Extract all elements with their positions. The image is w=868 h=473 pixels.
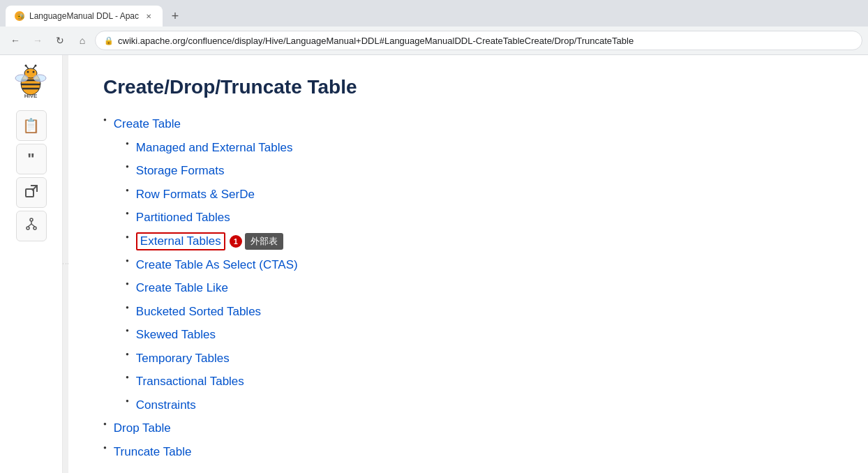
address-bar[interactable]: 🔒 cwiki.apache.org/confluence/display/Hi… xyxy=(95,31,862,50)
truncate-table-link[interactable]: Truncate Table xyxy=(114,443,192,461)
tab-bar: 🐝 LanguageManual DDL - Apac ✕ + xyxy=(0,0,868,27)
toc-list: ● Create Table ● Managed and External Ta… xyxy=(103,115,833,460)
row-formats-serde-link[interactable]: Row Formats & SerDe xyxy=(136,186,255,204)
tab-favicon: 🐝 xyxy=(14,10,25,22)
list-item: ● Row Formats & SerDe xyxy=(126,186,833,204)
bullet-icon: ● xyxy=(126,304,129,310)
storage-formats-link[interactable]: Storage Formats xyxy=(136,162,225,180)
bullet-icon: ● xyxy=(126,351,129,357)
temporary-tables-link[interactable]: Temporary Tables xyxy=(136,350,230,368)
svg-point-25 xyxy=(33,227,36,230)
forward-button[interactable]: → xyxy=(28,31,47,50)
svg-line-19 xyxy=(32,186,37,190)
list-item: ● Storage Formats xyxy=(126,162,833,180)
bullet-icon: ● xyxy=(126,140,129,147)
document-icon-button[interactable]: 📋 xyxy=(16,110,47,141)
managed-external-tables-link[interactable]: Managed and External Tables xyxy=(136,139,293,157)
ctas-link[interactable]: Create Table As Select (CTAS) xyxy=(136,256,298,274)
svg-point-10 xyxy=(33,70,35,73)
home-button[interactable]: ⌂ xyxy=(73,31,92,50)
constraints-link[interactable]: Constraints xyxy=(136,396,196,414)
create-table-link[interactable]: Create Table xyxy=(114,115,181,133)
page-title: Create/Drop/Truncate Table xyxy=(103,76,833,98)
external-link-icon xyxy=(24,184,38,202)
svg-text:🐝: 🐝 xyxy=(17,13,25,21)
bullet-icon: ● xyxy=(126,163,129,170)
list-item: ● Drop Table xyxy=(103,419,833,437)
notification-badge: 1 xyxy=(230,235,242,248)
list-item: ● Transactional Tables xyxy=(126,373,833,391)
svg-point-14 xyxy=(35,64,37,66)
highlighted-item: External Tables 1 外部表 xyxy=(136,232,283,250)
external-tables-link[interactable]: External Tables xyxy=(136,232,225,250)
list-item: ● Temporary Tables xyxy=(126,350,833,368)
list-item: ● Partitioned Tables xyxy=(126,209,833,227)
bullet-icon: ● xyxy=(103,421,107,427)
browser-chrome: 🐝 LanguageManual DDL - Apac ✕ + ← → ↻ ⌂ … xyxy=(0,0,868,55)
list-item: ● Create Table As Select (CTAS) xyxy=(126,256,833,274)
tree-icon-button[interactable] xyxy=(16,211,47,241)
page-container: HIVE 📋 " xyxy=(0,55,868,473)
hive-logo: HIVE xyxy=(10,62,52,100)
reload-button[interactable]: ↻ xyxy=(50,31,70,50)
tab-title: LanguageManual DDL - Apac xyxy=(29,11,139,21)
bullet-icon: ● xyxy=(126,398,129,404)
list-item: ● Bucketed Sorted Tables xyxy=(126,303,833,321)
quote-icon: " xyxy=(27,150,34,168)
bullet-icon: ● xyxy=(126,210,129,216)
document-icon: 📋 xyxy=(22,117,40,134)
svg-point-9 xyxy=(27,70,29,73)
bullet-icon: ● xyxy=(126,374,129,380)
new-tab-button[interactable]: + xyxy=(165,6,185,26)
bullet-icon: ● xyxy=(103,117,107,123)
sidebar-icons: HIVE 📋 " xyxy=(0,55,63,473)
nav-bar: ← → ↻ ⌂ 🔒 cwiki.apache.org/confluence/di… xyxy=(0,27,868,54)
resize-handle[interactable]: ⋮ xyxy=(63,55,68,473)
bullet-icon: ● xyxy=(126,280,129,287)
drop-table-link[interactable]: Drop Table xyxy=(114,419,171,437)
create-table-like-link[interactable]: Create Table Like xyxy=(136,279,228,297)
tree-icon xyxy=(24,218,38,235)
back-button[interactable]: ← xyxy=(6,31,25,50)
svg-point-15 xyxy=(15,75,28,82)
tab-close-button[interactable]: ✕ xyxy=(143,10,154,22)
list-item: ● External Tables 1 外部表 xyxy=(126,232,833,250)
list-item: ● Truncate Table xyxy=(103,443,833,461)
lock-icon: 🔒 xyxy=(104,36,114,45)
svg-point-13 xyxy=(25,64,27,66)
list-item: ● Constraints xyxy=(126,396,833,414)
svg-text:HIVE: HIVE xyxy=(24,93,38,99)
quote-icon-button[interactable]: " xyxy=(16,144,47,174)
bullet-icon: ● xyxy=(103,444,107,451)
transactional-tables-link[interactable]: Transactional Tables xyxy=(136,373,244,391)
list-item: ● Create Table xyxy=(103,115,833,133)
badge-container: 1 外部表 xyxy=(230,233,283,250)
skewed-tables-link[interactable]: Skewed Tables xyxy=(136,326,216,344)
svg-point-20 xyxy=(30,218,33,221)
list-item: ● Skewed Tables xyxy=(126,326,833,344)
bullet-icon: ● xyxy=(126,257,129,264)
partitioned-tables-link[interactable]: Partitioned Tables xyxy=(136,209,230,227)
svg-point-24 xyxy=(27,227,29,230)
toc-sub-list: ● Managed and External Tables ● Storage … xyxy=(126,139,833,414)
list-item: ● Managed and External Tables xyxy=(126,139,833,157)
bullet-icon: ● xyxy=(126,234,129,240)
external-link-icon-button[interactable] xyxy=(16,177,47,208)
bullet-icon: ● xyxy=(126,327,129,333)
svg-point-16 xyxy=(33,75,46,82)
list-item: ● Create Table Like xyxy=(126,279,833,297)
active-tab[interactable]: 🐝 LanguageManual DDL - Apac ✕ xyxy=(6,6,163,27)
bucketed-sorted-tables-link[interactable]: Bucketed Sorted Tables xyxy=(136,303,261,321)
bullet-icon: ● xyxy=(126,187,129,193)
tooltip-popup: 外部表 xyxy=(245,233,283,250)
main-content: Create/Drop/Truncate Table ● Create Tabl… xyxy=(68,55,868,473)
address-text: cwiki.apache.org/confluence/display/Hive… xyxy=(118,36,853,46)
